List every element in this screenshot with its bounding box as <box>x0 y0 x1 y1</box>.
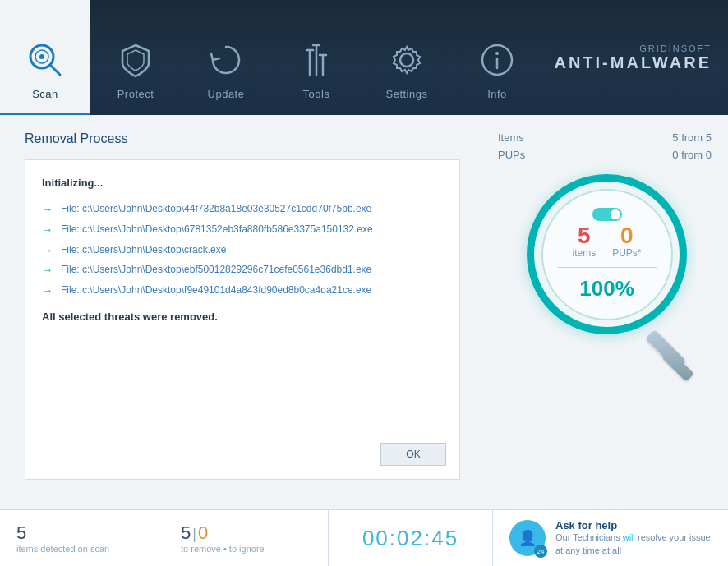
ignore-count: 0 <box>198 522 208 544</box>
remove-label: to remove • to ignore <box>181 544 311 554</box>
help-icon-wrap: 👤 24 <box>509 520 546 556</box>
log-arrow-1: → <box>42 203 53 215</box>
detected-label: items detected on scan <box>16 544 147 554</box>
bottom-section-remove: 5 | 0 to remove • to ignore <box>164 510 329 566</box>
log-text-5: File: c:\Users\John\Desktop\f9e49101d4a8… <box>61 283 371 297</box>
magnifier-inner: 5 items 0 PUPs* 100% <box>541 189 673 320</box>
log-arrow-5: → <box>42 284 53 297</box>
log-text-3: File: c:\Users\John\Desktop\crack.exe <box>61 243 226 257</box>
ok-button[interactable]: OK <box>380 443 446 466</box>
help-title: Ask for help <box>555 519 712 531</box>
remove-count: 5 <box>181 522 191 544</box>
remove-value-row: 5 | 0 <box>181 522 311 544</box>
pups-label: PUPs <box>498 149 525 161</box>
magnifier-divider <box>558 267 657 268</box>
header: Scan Protect Update <box>0 0 728 115</box>
magnifier-percent: 100% <box>579 276 634 301</box>
svg-point-3 <box>39 54 44 59</box>
bottom-bar: 5 items detected on scan 5 | 0 to remove… <box>0 509 728 566</box>
bottom-section-detected: 5 items detected on scan <box>0 510 164 566</box>
section-title: Removal Process <box>25 131 473 146</box>
magnifier-items-label: items <box>572 247 596 259</box>
help-highlight: will <box>623 532 635 542</box>
nav-tools[interactable]: Tools <box>271 0 362 115</box>
toggle-switch <box>592 208 622 221</box>
timer-display: 00:02:45 <box>345 526 476 551</box>
help-badge: 24 <box>534 545 547 558</box>
nav-update[interactable]: Update <box>181 0 271 115</box>
toggle-area <box>592 208 622 221</box>
nav-settings-label: Settings <box>386 88 428 100</box>
nav-settings[interactable]: Settings <box>362 0 452 115</box>
left-panel: Removal Process Initializing... → File: … <box>0 115 490 509</box>
nav-tools-label: Tools <box>303 88 330 100</box>
nav-scan[interactable]: Scan <box>0 0 90 115</box>
protect-icon <box>113 37 159 83</box>
right-panel: Items 5 from 5 PUPs 0 from 0 <box>490 115 728 509</box>
magnifier-pups-count: 0 <box>620 224 634 247</box>
bottom-section-timer: 00:02:45 <box>329 510 493 566</box>
brand: GRIDINSOFT ANTI-MALWARE <box>554 44 712 72</box>
nav-protect[interactable]: Protect <box>90 0 181 115</box>
items-label: Items <box>498 131 524 144</box>
magnifier-pups-label: PUPs* <box>612 247 641 259</box>
update-icon <box>203 37 249 83</box>
stats-pups-row: PUPs 0 from 0 <box>498 149 712 161</box>
help-subtitle: Our Technicians will resolve your issue … <box>555 531 712 557</box>
log-arrow-3: → <box>42 244 53 256</box>
log-success: All selected threats were removed. <box>42 311 443 323</box>
nav-info[interactable]: Info <box>452 0 542 115</box>
nav-scan-label: Scan <box>32 88 58 100</box>
settings-icon <box>384 37 430 83</box>
log-box: Initializing... → File: c:\Users\John\De… <box>25 159 460 480</box>
scan-icon <box>22 37 68 83</box>
svg-point-10 <box>400 53 413 67</box>
main-content: Removal Process Initializing... → File: … <box>0 115 728 509</box>
help-person-icon: 👤 <box>518 529 537 547</box>
remove-separator: | <box>192 526 196 543</box>
items-value: 5 from 5 <box>672 131 712 144</box>
log-initializing: Initializing... <box>42 177 443 189</box>
bottom-section-help: 👤 24 Ask for help Our Technicians will r… <box>493 510 728 566</box>
magnifier-items-count: 5 <box>578 224 591 247</box>
magnifier-circle: 5 items 0 PUPs* 100% <box>527 174 687 334</box>
magnifier-visualization: 5 items 0 PUPs* 100% <box>514 174 695 371</box>
info-icon <box>474 37 520 83</box>
tools-icon <box>293 37 339 83</box>
log-text-4: File: c:\Users\John\Desktop\ebf500128292… <box>61 263 371 277</box>
log-entry-4: → File: c:\Users\John\Desktop\ebf5001282… <box>42 263 443 277</box>
magnifier-pups-stat: 0 PUPs* <box>612 224 641 259</box>
brand-bottom: ANTI-MALWARE <box>554 53 712 72</box>
log-arrow-4: → <box>42 264 53 276</box>
log-arrow-2: → <box>42 223 53 236</box>
brand-top: GRIDINSOFT <box>554 44 712 53</box>
nav-info-label: Info <box>487 88 507 100</box>
log-text-2: File: c:\Users\John\Desktop\6781352eb3fa… <box>61 223 373 237</box>
log-entry-2: → File: c:\Users\John\Desktop\6781352eb3… <box>42 223 443 237</box>
log-entry-3: → File: c:\Users\John\Desktop\crack.exe <box>42 243 443 257</box>
log-entry-1: → File: c:\Users\John\Desktop\44f732b8a1… <box>42 202 443 216</box>
log-entry-5: → File: c:\Users\John\Desktop\f9e49101d4… <box>42 283 443 297</box>
magnifier-items-stat: 5 items <box>572 224 596 259</box>
magnifier-numbers-row: 5 items 0 PUPs* <box>572 224 641 259</box>
log-text-1: File: c:\Users\John\Desktop\44f732b8a18e… <box>61 202 371 216</box>
help-text-wrap: Ask for help Our Technicians will resolv… <box>555 519 712 557</box>
nav-protect-label: Protect <box>117 88 154 100</box>
svg-line-2 <box>50 65 60 75</box>
stats-items-row: Items 5 from 5 <box>498 131 712 144</box>
pups-value: 0 from 0 <box>672 149 712 161</box>
detected-count: 5 <box>16 522 147 544</box>
nav-update-label: Update <box>208 88 245 100</box>
svg-point-12 <box>495 52 499 55</box>
toggle-knob <box>611 209 620 219</box>
